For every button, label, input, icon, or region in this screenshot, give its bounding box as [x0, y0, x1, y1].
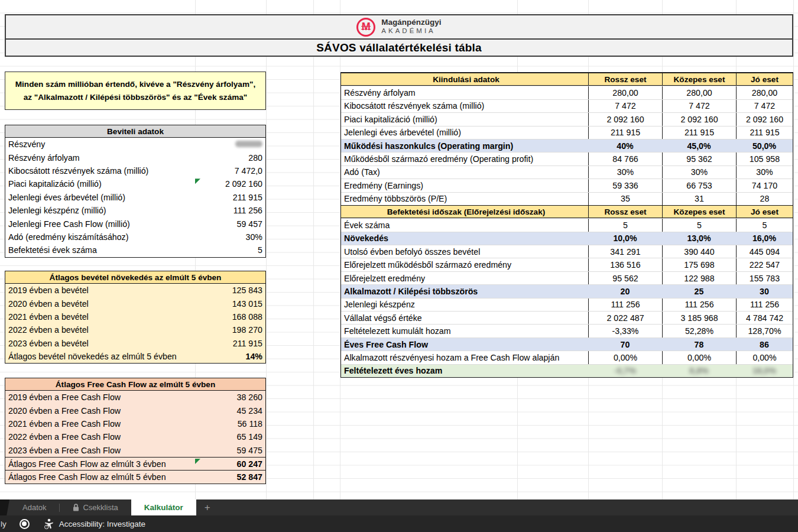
row-value-cell[interactable]: 5	[736, 219, 793, 231]
row-value-cell[interactable]: 30%	[246, 232, 265, 242]
row-label-cell[interactable]: Feltételezett éves hozam	[341, 366, 588, 375]
row-value-cell[interactable]: 78	[662, 338, 736, 351]
row-label-cell[interactable]: 2022 évben a bevétel	[5, 325, 232, 335]
row-value-cell[interactable]: 8,8%	[662, 365, 736, 377]
row-label-cell[interactable]: Vállalat végső értéke	[341, 313, 588, 323]
row-label-cell[interactable]: Feltételezett kumulált hozam	[341, 326, 588, 336]
row-value-cell[interactable]: 7 472	[588, 100, 662, 112]
row-value-cell[interactable]: 175 698	[662, 258, 736, 271]
row-label-cell[interactable]: Befektetési évek száma	[5, 245, 258, 255]
row-label-cell[interactable]: Eredmény többszörös (P/E)	[341, 194, 588, 203]
row-value-cell[interactable]: 280,00	[662, 86, 736, 99]
row-value-cell[interactable]: 45 234	[237, 406, 265, 416]
row-label-cell[interactable]: Kibocsátott részvények száma (millió)	[5, 166, 235, 176]
row-value-cell[interactable]: 280	[248, 153, 265, 163]
row-value-cell[interactable]: 128,70%	[736, 325, 793, 337]
column-header-cell[interactable]: Közepes eset	[662, 206, 736, 218]
row-value-cell[interactable]: 70	[588, 338, 662, 351]
row-label-cell[interactable]: 2019 évben a Free Cash Flow	[5, 392, 237, 402]
row-value-cell[interactable]: 111 256	[588, 299, 662, 311]
row-label-cell[interactable]: Jelenlegi éves árbevétel (millió)	[341, 128, 588, 137]
row-value-cell[interactable]: 168 088	[232, 312, 265, 322]
row-value-cell[interactable]: 30%	[662, 166, 736, 179]
row-value-cell[interactable]: 28	[736, 193, 793, 205]
row-value-cell[interactable]: 136 516	[588, 258, 662, 271]
row-value-cell[interactable]: 60 247	[237, 459, 265, 469]
row-label-cell[interactable]: Alkalmazott / Kilépési többszörös	[341, 287, 588, 296]
row-value-cell[interactable]: 155 783	[736, 272, 793, 284]
section-title-cell[interactable]: Kiindulási adatok	[341, 75, 588, 84]
row-value-cell[interactable]: 95 362	[662, 153, 736, 165]
row-value-cell[interactable]: 445 094	[736, 245, 793, 258]
row-label-cell[interactable]: Jelenlegi készpénz	[341, 300, 588, 309]
row-label-cell[interactable]: Jelenlegi Free Cash Flow (millió)	[5, 219, 237, 229]
row-value-cell[interactable]	[235, 140, 265, 149]
row-label-cell[interactable]: Kibocsátott részvények száma (millió)	[341, 101, 588, 111]
accessibility-icon[interactable]: !	[44, 518, 54, 530]
row-value-cell[interactable]: 198 270	[232, 325, 265, 335]
row-label-cell[interactable]: 2021 évben a Free Cash Flow	[5, 419, 238, 429]
row-label-cell[interactable]: Működési haszonkulcs (Operating margin)	[341, 141, 588, 151]
row-value-cell[interactable]: 2 092 160	[225, 179, 265, 189]
input-table-header[interactable]: Beviteli adatok	[5, 125, 265, 138]
row-value-cell[interactable]: 52 847	[237, 472, 265, 482]
row-value-cell[interactable]: 38 260	[237, 392, 265, 402]
row-value-cell[interactable]: 5	[662, 219, 736, 231]
row-value-cell[interactable]: 3 185 968	[662, 312, 736, 324]
row-value-cell[interactable]: 30%	[736, 166, 793, 179]
add-sheet-button[interactable]: +	[196, 499, 219, 515]
row-value-cell[interactable]: 125 843	[232, 286, 265, 295]
row-value-cell[interactable]: 122 988	[662, 272, 736, 284]
record-icon[interactable]	[20, 519, 30, 529]
row-value-cell[interactable]: 74 170	[736, 179, 793, 192]
row-value-cell[interactable]: 20	[588, 285, 662, 297]
row-value-cell[interactable]: 280,00	[588, 86, 662, 99]
row-value-cell[interactable]: 0,00%	[662, 351, 736, 364]
row-value-cell[interactable]: 5	[588, 219, 662, 231]
row-value-cell[interactable]: 16,0%	[736, 232, 793, 245]
row-value-cell[interactable]: 35	[588, 193, 662, 205]
row-label-cell[interactable]: Működésből származó eredmény (Operating …	[341, 154, 588, 164]
row-label-cell[interactable]: 2021 évben a bevétel	[5, 312, 232, 322]
sheet-tab-kalkulator[interactable]: Kalkulátor	[131, 499, 196, 515]
row-label-cell[interactable]: Alkalmazott részvényesi hozam a Free Cas…	[341, 353, 588, 362]
row-label-cell[interactable]: Évek száma	[341, 220, 588, 230]
row-value-cell[interactable]: 0,00%	[588, 351, 662, 364]
row-label-cell[interactable]: 2020 évben a Free Cash Flow	[5, 406, 237, 416]
row-value-cell[interactable]: 59 457	[237, 219, 265, 229]
row-value-cell[interactable]: 13,0%	[662, 232, 736, 245]
row-value-cell[interactable]: 52,28%	[662, 325, 736, 337]
row-value-cell[interactable]: 0,00%	[736, 351, 793, 364]
row-value-cell[interactable]: 10,0%	[588, 232, 662, 245]
section-title-cell[interactable]: Befektetési időszak (Előrejelzési idősza…	[341, 207, 588, 216]
row-value-cell[interactable]: -0,7%	[588, 365, 662, 377]
row-value-cell[interactable]: 30%	[588, 166, 662, 179]
row-label-cell[interactable]: Növekedés	[341, 233, 588, 243]
row-value-cell[interactable]: 7 472,0	[235, 166, 265, 176]
row-label-cell[interactable]: Éves Free Cash Flow	[341, 340, 588, 349]
column-header-cell[interactable]: Jó eset	[736, 73, 793, 85]
row-label-cell[interactable]: 2020 évben a bevétel	[5, 299, 232, 309]
row-label-cell[interactable]: Előrejelzett működésből származó eredmén…	[341, 260, 588, 270]
row-label-cell[interactable]: Átlagos Free Cash Flow az elmúlt 3 évben	[5, 459, 237, 469]
note-box[interactable]: Minden szám millióban értendő, kivéve a …	[5, 72, 266, 110]
row-value-cell[interactable]: 31	[662, 193, 736, 205]
row-value-cell[interactable]: 84 766	[588, 153, 662, 165]
sheet-tab-adatok[interactable]: Adatok	[9, 499, 59, 515]
row-label-cell[interactable]: Adó (Tax)	[341, 167, 588, 177]
row-value-cell[interactable]: 4 784 742	[736, 312, 793, 324]
row-value-cell[interactable]: 56 118	[238, 419, 265, 429]
row-value-cell[interactable]: 65 149	[237, 432, 265, 442]
row-value-cell[interactable]: 222 547	[736, 258, 793, 271]
row-value-cell[interactable]: 40%	[588, 140, 662, 152]
row-value-cell[interactable]: 390 440	[662, 245, 736, 258]
row-value-cell[interactable]: 211 915	[233, 339, 265, 348]
row-value-cell[interactable]: 5	[258, 245, 265, 255]
row-value-cell[interactable]: 211 915	[233, 193, 265, 202]
row-value-cell[interactable]: 59 475	[237, 446, 265, 455]
row-value-cell[interactable]: 2 092 160	[588, 113, 662, 125]
row-label-cell[interactable]: Utolsó évben befolyó összes bevétel	[341, 247, 588, 257]
row-value-cell[interactable]: 211 915	[662, 126, 736, 139]
row-value-cell[interactable]: 341 291	[588, 245, 662, 258]
row-value-cell[interactable]: 25	[662, 285, 736, 297]
